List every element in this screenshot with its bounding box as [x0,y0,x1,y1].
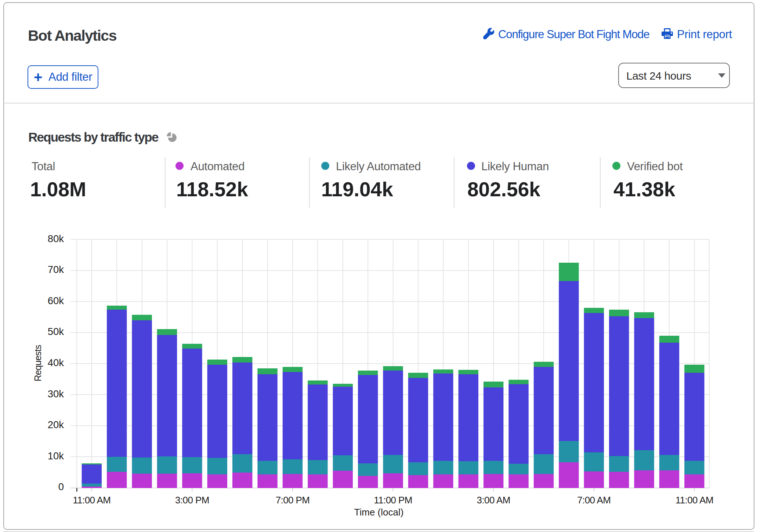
svg-text:3:00 PM: 3:00 PM [175,495,209,506]
svg-text:30k: 30k [48,388,64,400]
svg-text:0: 0 [58,481,64,492]
svg-text:7:00 AM: 7:00 AM [577,495,611,506]
svg-text:50k: 50k [48,326,64,337]
svg-text:Time (local): Time (local) [354,507,404,518]
svg-text:11:00 AM: 11:00 AM [73,495,111,506]
svg-text:60k: 60k [48,295,64,306]
svg-text:40k: 40k [48,357,64,368]
svg-text:20k: 20k [48,419,64,430]
svg-text:80k: 80k [48,233,64,244]
svg-text:70k: 70k [48,264,64,275]
svg-text:Requests: Requests [33,345,43,382]
svg-text:7:00 PM: 7:00 PM [276,495,310,506]
svg-text:3:00 AM: 3:00 AM [477,495,510,506]
svg-text:10k: 10k [48,450,64,462]
svg-text:11:00 AM: 11:00 AM [675,495,713,506]
svg-text:11:00 PM: 11:00 PM [374,495,412,506]
